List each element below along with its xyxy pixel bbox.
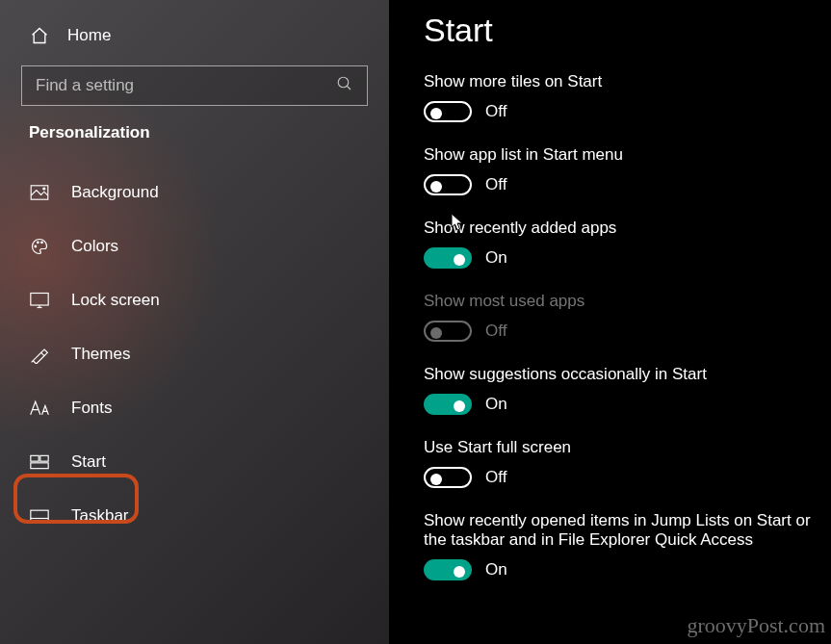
sidebar: Home Personalization Background bbox=[0, 0, 389, 644]
svg-point-4 bbox=[35, 245, 37, 247]
sidebar-item-label: Themes bbox=[71, 345, 130, 364]
svg-rect-12 bbox=[31, 463, 48, 469]
sidebar-item-label: Colors bbox=[71, 237, 118, 256]
sidebar-item-background[interactable]: Background bbox=[0, 166, 389, 219]
toggle-most-used bbox=[424, 321, 472, 342]
svg-point-0 bbox=[338, 77, 349, 88]
toggle-state: On bbox=[485, 560, 507, 580]
svg-rect-10 bbox=[31, 455, 39, 461]
main-panel: Start Show more tiles on Start Off Show … bbox=[389, 0, 831, 644]
sidebar-home[interactable]: Home bbox=[0, 10, 389, 62]
setting-more-tiles: Show more tiles on Start Off bbox=[424, 72, 831, 122]
search-input[interactable] bbox=[36, 76, 336, 95]
sidebar-item-lock-screen[interactable]: Lock screen bbox=[0, 273, 389, 327]
setting-full-screen: Use Start full screen Off bbox=[424, 438, 831, 488]
setting-most-used: Show most used apps Off bbox=[424, 292, 831, 342]
sidebar-item-fonts[interactable]: Fonts bbox=[0, 381, 389, 435]
sidebar-item-label: Fonts bbox=[71, 399, 113, 418]
sidebar-item-label: Start bbox=[71, 452, 106, 472]
page-title: Start bbox=[424, 12, 831, 49]
setting-label: Show recently opened items in Jump Lists… bbox=[424, 511, 828, 550]
setting-label: Use Start full screen bbox=[424, 438, 831, 457]
svg-line-1 bbox=[347, 86, 351, 90]
settings-window: Home Personalization Background bbox=[0, 0, 831, 644]
sidebar-item-themes[interactable]: Themes bbox=[0, 327, 389, 381]
svg-point-5 bbox=[38, 242, 39, 244]
setting-label: Show suggestions occasionally in Start bbox=[424, 365, 831, 384]
search-container bbox=[0, 65, 389, 106]
toggle-state: Off bbox=[485, 322, 506, 341]
toggle-jump-lists[interactable] bbox=[424, 559, 472, 580]
taskbar-icon bbox=[29, 509, 50, 523]
toggle-more-tiles[interactable] bbox=[424, 101, 472, 122]
sidebar-category: Personalization bbox=[0, 123, 389, 142]
sidebar-home-label: Home bbox=[67, 26, 111, 45]
search-icon bbox=[336, 75, 353, 96]
toggle-state: Off bbox=[485, 175, 506, 194]
toggle-state: On bbox=[485, 248, 507, 268]
setting-suggestions: Show suggestions occasionally in Start O… bbox=[424, 365, 831, 415]
svg-point-3 bbox=[43, 188, 45, 190]
themes-icon bbox=[29, 345, 50, 364]
toggle-recently-added[interactable] bbox=[424, 247, 472, 269]
toggle-suggestions[interactable] bbox=[424, 394, 472, 415]
setting-jump-lists: Show recently opened items in Jump Lists… bbox=[424, 511, 831, 580]
sidebar-item-colors[interactable]: Colors bbox=[0, 219, 389, 273]
setting-label: Show app list in Start menu bbox=[424, 145, 831, 165]
home-icon bbox=[29, 26, 50, 45]
toggle-full-screen[interactable] bbox=[424, 467, 472, 488]
colors-icon bbox=[29, 237, 50, 256]
setting-label: Show most used apps bbox=[424, 292, 831, 311]
sidebar-item-taskbar[interactable]: Taskbar bbox=[0, 489, 389, 543]
search-box[interactable] bbox=[21, 65, 368, 106]
setting-label: Show recently added apps bbox=[424, 219, 831, 238]
setting-label: Show more tiles on Start bbox=[424, 72, 831, 91]
setting-recently-added: Show recently added apps On bbox=[424, 219, 831, 269]
setting-app-list: Show app list in Start menu Off bbox=[424, 145, 831, 195]
fonts-icon bbox=[29, 399, 50, 417]
start-icon bbox=[29, 454, 50, 470]
lock-screen-icon bbox=[29, 292, 50, 309]
sidebar-item-label: Lock screen bbox=[71, 291, 160, 310]
sidebar-item-label: Taskbar bbox=[71, 506, 129, 526]
toggle-state: On bbox=[485, 395, 507, 414]
toggle-app-list[interactable] bbox=[424, 174, 472, 195]
sidebar-item-label: Background bbox=[71, 183, 159, 202]
watermark: groovyPost.com bbox=[687, 613, 825, 638]
toggle-state: Off bbox=[485, 468, 506, 487]
sidebar-item-start[interactable]: Start bbox=[0, 435, 389, 489]
svg-rect-13 bbox=[31, 510, 48, 522]
svg-point-6 bbox=[41, 242, 43, 244]
svg-rect-11 bbox=[40, 455, 48, 461]
toggle-state: Off bbox=[485, 102, 506, 121]
svg-rect-7 bbox=[31, 294, 48, 306]
background-icon bbox=[29, 185, 50, 200]
